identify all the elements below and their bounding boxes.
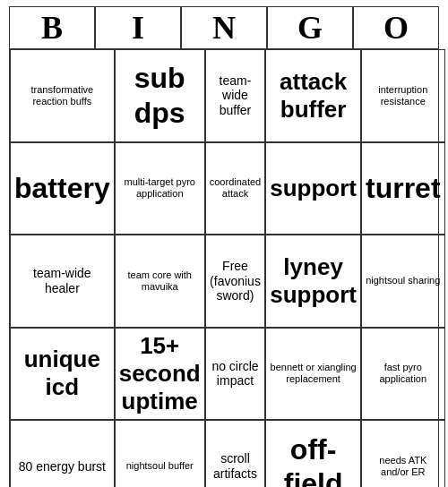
bingo-cell-6: multi-target pyro application <box>115 142 205 235</box>
bingo-cell-8: support <box>265 142 361 235</box>
cell-text-7: coordinated attack <box>210 176 262 200</box>
bingo-cell-10: team-wide healer <box>10 235 115 328</box>
bingo-cell-0: transformative reaction buffs <box>10 49 115 142</box>
cell-text-8: support <box>270 175 357 202</box>
header-letter-N: N <box>181 6 267 48</box>
bingo-cell-15: unique icd <box>10 328 115 421</box>
bingo-header: BINGO <box>9 6 439 48</box>
cell-text-0: transformative reaction buffs <box>14 84 110 107</box>
cell-text-3: attack buffer <box>270 68 357 124</box>
cell-text-11: team core with mavuika <box>119 269 201 293</box>
bingo-cell-9: turret <box>361 142 445 235</box>
bingo-cell-20: 80 energy burst <box>10 420 115 487</box>
cell-text-2: team-wide buffer <box>210 73 262 118</box>
cell-text-15: unique icd <box>14 346 110 401</box>
bingo-cell-12: Free (favonius sword) <box>205 235 266 328</box>
bingo-cell-4: interruption resistance <box>361 49 445 142</box>
bingo-cell-16: 15+ second uptime <box>115 328 205 421</box>
bingo-grid: transformative reaction buffssub dpsteam… <box>9 48 439 487</box>
cell-text-6: multi-target pyro application <box>119 176 201 200</box>
cell-text-24: needs ATK and/or ER <box>366 455 441 478</box>
cell-text-22: scroll artifacts <box>210 451 262 482</box>
bingo-cell-13: lyney support <box>265 235 361 328</box>
cell-text-16: 15+ second uptime <box>119 332 201 416</box>
header-letter-B: B <box>9 6 95 48</box>
cell-text-12: Free (favonius sword) <box>210 259 262 303</box>
cell-text-5: battery <box>14 171 110 205</box>
bingo-cell-14: nightsoul sharing <box>361 235 445 328</box>
bingo-cell-21: nightsoul buffer <box>115 420 205 487</box>
cell-text-1: sub dps <box>119 61 201 130</box>
bingo-cell-24: needs ATK and/or ER <box>361 420 445 487</box>
bingo-cell-17: no circle impact <box>205 328 266 421</box>
bingo-cell-1: sub dps <box>115 49 205 142</box>
bingo-cell-19: fast pyro application <box>361 328 445 421</box>
bingo-cell-3: attack buffer <box>265 49 361 142</box>
cell-text-4: interruption resistance <box>366 84 441 107</box>
bingo-cell-2: team-wide buffer <box>205 49 266 142</box>
bingo-cell-22: scroll artifacts <box>205 420 266 487</box>
header-letter-G: G <box>267 6 353 48</box>
cell-text-10: team-wide healer <box>14 266 110 296</box>
cell-text-21: nightsoul buffer <box>126 460 194 472</box>
bingo-cell-7: coordinated attack <box>205 142 266 235</box>
bingo-cell-23: off-field <box>265 420 361 487</box>
bingo-cell-11: team core with mavuika <box>115 235 205 328</box>
bingo-card: BINGO transformative reaction buffssub d… <box>9 6 439 481</box>
header-letter-I: I <box>95 6 181 48</box>
cell-text-19: fast pyro application <box>366 362 441 385</box>
cell-text-17: no circle impact <box>210 359 262 389</box>
cell-text-13: lyney support <box>270 253 357 309</box>
cell-text-14: nightsoul sharing <box>366 275 440 286</box>
bingo-cell-5: battery <box>10 142 115 235</box>
cell-text-20: 80 energy burst <box>19 459 106 474</box>
bingo-cell-18: bennett or xiangling replacement <box>265 328 361 421</box>
cell-text-23: off-field <box>270 432 357 487</box>
header-letter-O: O <box>353 6 439 48</box>
cell-text-18: bennett or xiangling replacement <box>270 362 357 385</box>
cell-text-9: turret <box>366 171 441 205</box>
